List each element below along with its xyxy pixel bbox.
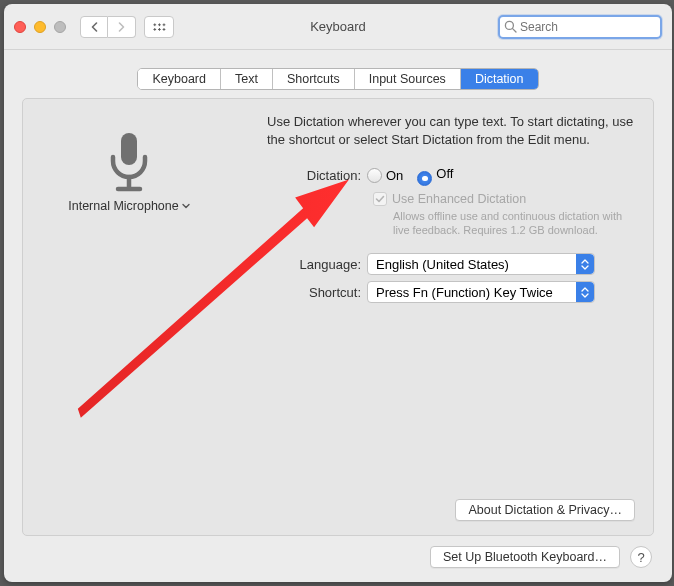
tab-input-sources[interactable]: Input Sources — [355, 69, 461, 89]
tab-text[interactable]: Text — [221, 69, 273, 89]
chevron-down-icon — [182, 203, 190, 209]
titlebar: Keyboard — [4, 4, 672, 50]
grid-icon — [152, 22, 166, 32]
radio-icon — [417, 171, 432, 186]
shortcut-row: Shortcut: Press Fn (Function) Key Twice — [225, 281, 635, 303]
minimize-icon[interactable] — [34, 21, 46, 33]
microphone-icon — [102, 129, 156, 195]
svg-rect-2 — [121, 133, 137, 165]
bluetooth-keyboard-button[interactable]: Set Up Bluetooth Keyboard… — [430, 546, 620, 568]
enhanced-subtext: Allows offline use and continuous dictat… — [393, 209, 635, 238]
dictation-on-radio[interactable]: On — [367, 168, 403, 183]
shortcut-label: Shortcut: — [225, 285, 367, 300]
dictation-row: Dictation: On Off — [225, 166, 635, 186]
bottom-bar: Set Up Bluetooth Keyboard… ? — [4, 546, 672, 582]
chevron-left-icon — [90, 22, 99, 32]
mic-source-select[interactable]: Internal Microphone — [68, 199, 189, 213]
back-button[interactable] — [80, 16, 108, 38]
language-select[interactable]: English (United States) — [367, 253, 595, 275]
select-stepper-icon — [576, 254, 594, 274]
radio-icon — [367, 168, 382, 183]
enhanced-checkbox — [373, 192, 387, 206]
search-field[interactable] — [498, 15, 662, 39]
select-stepper-icon — [576, 282, 594, 302]
content-pane: Internal Microphone Use Dictation wherev… — [22, 98, 654, 536]
dictation-off-radio[interactable]: Off — [417, 166, 453, 186]
close-icon[interactable] — [14, 21, 26, 33]
language-row: Language: English (United States) — [225, 253, 635, 275]
search-input[interactable] — [517, 19, 656, 35]
language-label: Language: — [225, 257, 367, 272]
shortcut-value: Press Fn (Function) Key Twice — [376, 285, 553, 300]
svg-line-1 — [513, 29, 516, 32]
zoom-icon — [54, 21, 66, 33]
tab-dictation[interactable]: Dictation — [461, 69, 538, 89]
check-icon — [375, 194, 385, 204]
about-dictation-button[interactable]: About Dictation & Privacy… — [455, 499, 635, 521]
chevron-right-icon — [117, 22, 126, 32]
tab-shortcuts[interactable]: Shortcuts — [273, 69, 355, 89]
mic-source-label: Internal Microphone — [68, 199, 178, 213]
enhanced-label: Use Enhanced Dictation — [392, 192, 526, 206]
search-icon — [504, 20, 517, 33]
nav-buttons — [80, 16, 136, 38]
enhanced-dictation-section: Use Enhanced Dictation Allows offline us… — [373, 192, 635, 238]
help-button[interactable]: ? — [630, 546, 652, 568]
tab-bar: Keyboard Text Shortcuts Input Sources Di… — [4, 68, 672, 90]
dictation-label: Dictation: — [225, 168, 367, 183]
description-text: Use Dictation wherever you can type text… — [225, 113, 635, 148]
window-controls — [14, 21, 66, 33]
tabs: Keyboard Text Shortcuts Input Sources Di… — [137, 68, 538, 90]
settings-column: Use Dictation wherever you can type text… — [225, 113, 635, 309]
shortcut-select[interactable]: Press Fn (Function) Key Twice — [367, 281, 595, 303]
mic-column: Internal Microphone — [41, 113, 217, 309]
language-value: English (United States) — [376, 257, 509, 272]
show-all-button[interactable] — [144, 16, 174, 38]
preferences-window: Keyboard Keyboard Text Shortcuts Input S… — [4, 4, 672, 582]
tab-keyboard[interactable]: Keyboard — [138, 69, 221, 89]
forward-button[interactable] — [108, 16, 136, 38]
